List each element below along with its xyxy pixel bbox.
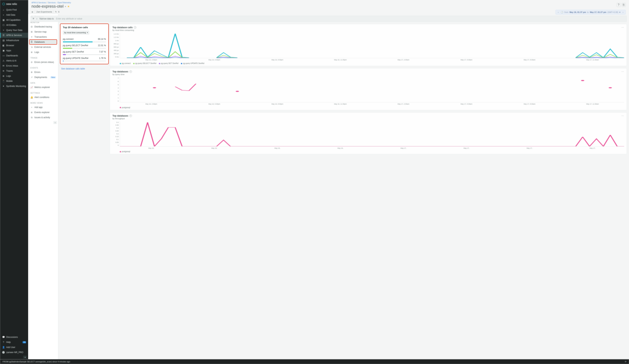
chevron-down-icon[interactable]: ▾	[619, 11, 621, 13]
nav-distributed-tracing[interactable]: ⊟Distributed tracing	[28, 24, 58, 29]
nav-discussions[interactable]: 💬Discussions	[0, 335, 28, 340]
nav-query-your-data[interactable]: ⌗Query Your Data	[0, 28, 28, 33]
nav-help[interactable]: ?Help70	[0, 340, 28, 345]
top-20-database-calls-panel: Top 20 database calls by most time consu…	[60, 24, 108, 64]
page-title[interactable]: node-express-otel	[31, 4, 63, 9]
help-icon[interactable]: ?	[129, 70, 132, 73]
nav-synthetic-monitoring[interactable]: ✦Synthetic Monitoring	[0, 84, 28, 89]
err-icon: ⊘	[30, 61, 33, 64]
deploy-icon: ↗	[30, 76, 33, 79]
pct-bar	[63, 54, 106, 55]
timerange-next-icon[interactable]: ›	[622, 11, 625, 14]
nav-databases[interactable]: 🗄Databases	[29, 39, 57, 45]
nav-transactions[interactable]: ≡Transactions	[28, 34, 58, 39]
chart-menu-icon[interactable]: ⋯	[621, 70, 624, 73]
nav-all-capabilities[interactable]: ▦All Capabilities	[0, 17, 28, 22]
nav-issues-activity[interactable]: ⧉Issues & activity	[28, 115, 58, 120]
nav-apm-services[interactable]: ☰APM & Services	[0, 33, 28, 38]
timerange-prev-icon[interactable]: ‹	[557, 11, 560, 14]
chat-icon: 💬	[2, 336, 5, 338]
page-header: APM & Services/Services - OpenTelemetry …	[28, 0, 629, 14]
alert-icon: ⚠	[2, 59, 5, 62]
chart-plot[interactable]	[120, 33, 624, 58]
nav-group-head: MORE VIEWS	[28, 100, 58, 105]
breadcrumb[interactable]: APM & Services/Services - OpenTelemetry	[31, 1, 626, 4]
star-icon[interactable]: ★	[67, 5, 70, 8]
legend-item[interactable]: postgresql	[120, 151, 130, 153]
db-call-row[interactable]: pg.query:UPDATE DevRel1.79 %	[63, 55, 106, 62]
collapse-secondary-sidebar[interactable]: «	[53, 121, 57, 124]
nav-events-explorer[interactable]: ≣Events explorer	[28, 110, 58, 115]
nav-all-entities[interactable]: ⬡All Entities	[0, 22, 28, 28]
secondary-sidebar: ▦ Summary MONITOR⊟Distributed tracing⊞Se…	[28, 14, 58, 359]
db-call-row[interactable]: pg.query:SET DevRel7.07 %	[63, 49, 106, 55]
chevron-down-icon[interactable]: ▾	[65, 5, 66, 7]
nav-apps[interactable]: ▣Apps	[0, 48, 28, 53]
chart-plot[interactable]	[120, 77, 624, 102]
chart-subtitle: by most time consuming	[113, 29, 624, 31]
hex-icon: ⬡	[2, 24, 5, 26]
chart-menu-icon[interactable]: ⋯	[621, 114, 624, 117]
help-icon[interactable]: ?	[134, 26, 136, 29]
collapse-primary-sidebar[interactable]: ◂	[23, 356, 27, 359]
sort-dropdown[interactable]: by most time consuming ▾	[63, 31, 89, 35]
time-range-picker[interactable]: ‹ 🕑 from May 16, 01:37 pm to May 17, 01:…	[555, 10, 626, 14]
nav-zameer-nr-pro[interactable]: zameer-NR_PRO	[0, 350, 28, 355]
nav-deployments[interactable]: ↗DeploymentsNew	[28, 75, 58, 80]
help-icon[interactable]: ?	[617, 3, 621, 7]
db-call-row[interactable]: pg.query:SELECT DevRel22.01 %	[63, 43, 106, 49]
nav-logs[interactable]: ≣Logs	[28, 50, 58, 55]
console-action-icon[interactable]: ⟳	[625, 361, 627, 363]
nav-logs[interactable]: ≣Logs	[0, 74, 28, 79]
nav-metrics-explorer[interactable]: 📈Metrics explorer	[28, 85, 58, 90]
x-axis: May 16,May 16,May 16,May 16,May 17,May 1…	[120, 147, 624, 149]
chart-subtitle: by throughput	[113, 117, 624, 120]
nav-browser[interactable]: ◧Browser	[0, 43, 28, 48]
link-icon[interactable]: ⎘	[622, 3, 626, 7]
chart-legend: postgresql	[120, 151, 624, 153]
chart-title: Top databases	[113, 114, 128, 117]
filter-bar[interactable]: ⧩ ▾ Narrow data to Enter any attribute o…	[30, 16, 627, 22]
nav-external-services[interactable]: ⇲External services	[28, 45, 58, 50]
nav-alerts-ai[interactable]: ⚠Alerts & AI	[0, 58, 28, 63]
brand-logo[interactable]: new relic	[0, 1, 28, 7]
svg-point-3	[581, 80, 584, 81]
db-call-name: pg.connect	[63, 38, 74, 40]
nav-alert-conditions[interactable]: 🔔Alert conditions	[28, 95, 58, 100]
chart-plot[interactable]	[120, 121, 624, 147]
nav-add-user[interactable]: 👤Add User	[0, 345, 28, 350]
nav-errors[interactable]: ⊗Errors	[28, 70, 58, 75]
account-name[interactable]: Zam Experiments	[36, 11, 52, 13]
legend-item[interactable]: pg.connect	[120, 62, 131, 64]
nav-errors-errors-inbox-[interactable]: ⊘Errors (errors inbox)	[28, 60, 58, 65]
nav-add-app[interactable]: ＋Add app	[28, 105, 58, 110]
nav-quick-find[interactable]: ⌕Quick Find	[0, 7, 28, 12]
help-icon[interactable]: ?	[129, 114, 132, 117]
pct-bar	[63, 48, 106, 49]
svg-marker-0	[2, 3, 5, 5]
chart-card: Top database calls ? ⋯ by most time cons…	[110, 24, 627, 66]
nav-errors-inbox[interactable]: ✉Errors Inbox	[0, 63, 28, 68]
nrql-console[interactable]: FROM pgStatIndexSample SELECT average(id…	[0, 359, 629, 364]
nav-add-data[interactable]: ＋Add Data	[0, 12, 28, 17]
legend-item[interactable]: postgresql	[120, 106, 130, 108]
funnel-icon[interactable]: ⧩	[32, 17, 34, 20]
nav-dashboards[interactable]: ▭Dashboards	[0, 53, 28, 58]
nav-mobile[interactable]: 📱Mobile	[0, 79, 28, 84]
legend-item[interactable]: pg.query:SELECT DevRel	[133, 62, 156, 64]
errors-icon: ✉	[2, 65, 5, 67]
nav-infrastructure[interactable]: ▤Infrastructure	[0, 38, 28, 43]
primary-sidebar: new relic ⌕Quick Find＋Add Data▦All Capab…	[0, 0, 28, 359]
see-table-link[interactable]: See database calls table	[60, 66, 108, 72]
legend-item[interactable]: pg.query:SET DevRel	[159, 62, 178, 64]
chevron-down-icon[interactable]: ▾	[36, 18, 37, 20]
nav-group-head: TRIAGE	[28, 55, 58, 60]
logs-icon: ≣	[30, 51, 33, 53]
tx-icon: ≡	[30, 36, 33, 38]
filter-input[interactable]: Enter any attribute or value	[56, 17, 82, 20]
db-call-row[interactable]: pg.connect69.14 %	[63, 36, 106, 43]
legend-item[interactable]: pg.query:UPDATE DevRel	[181, 62, 204, 64]
chart-menu-icon[interactable]: ⋯	[621, 26, 624, 29]
nav-service-map[interactable]: ⊞Service map	[28, 29, 58, 34]
nav-traces[interactable]: ≋Traces	[0, 68, 28, 74]
